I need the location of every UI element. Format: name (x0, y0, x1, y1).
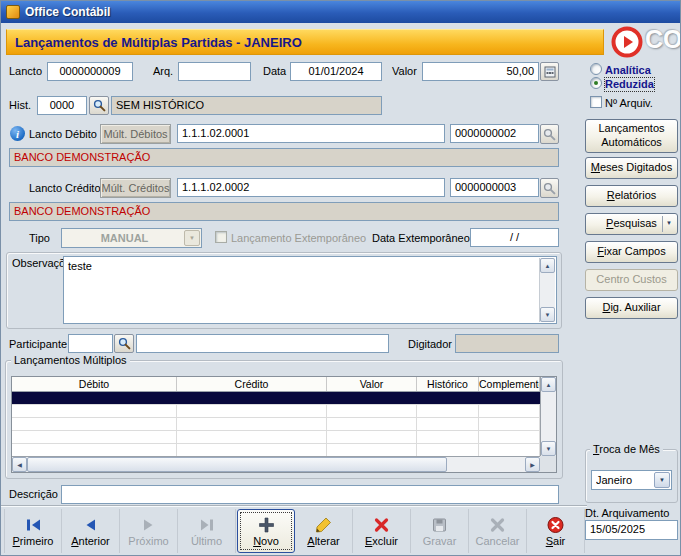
toolbar-button-alterar[interactable]: Alterar (295, 509, 353, 553)
arq-label: Arq. (153, 65, 173, 78)
radio-reduzida-label[interactable]: Reduzida (605, 78, 654, 91)
toolbar-button-label: Novo (253, 535, 279, 547)
magnifier-icon (543, 128, 556, 141)
toolbar-button-novo[interactable]: Novo (237, 509, 295, 553)
sidebar-button-label: Dig. Auxiliar (589, 301, 674, 315)
scroll-down-icon[interactable]: ▼ (541, 441, 556, 456)
form-title-banner: Lançamentos de Múltiplas Partidas - JANE… (6, 29, 604, 55)
scroll-up-icon[interactable]: ▲ (541, 377, 556, 392)
tipo-value: MANUAL (66, 229, 183, 247)
grid-header: Débito Crédito Valor Histórico Complemen… (12, 377, 540, 392)
grid-row[interactable] (12, 405, 540, 418)
lancto-label: Lancto (9, 65, 42, 78)
sidebar-button-centro-custos: Centro Custos (585, 269, 678, 291)
lancto-field[interactable]: 0000000009 (47, 62, 133, 81)
window-title: Office Contábil (25, 5, 110, 19)
last-record-icon (197, 516, 216, 534)
toolbar-button-gravar: Gravar (411, 509, 469, 553)
data-field[interactable]: 01/01/2024 (290, 62, 382, 81)
sidebar-button-relatorios[interactable]: Relatórios (585, 185, 678, 207)
valor-calc-button[interactable] (540, 62, 559, 81)
chevron-down-icon[interactable]: ▼ (654, 472, 670, 488)
mes-value: Janeiro (596, 471, 653, 489)
reduzido-debito-field[interactable]: 0000000002 (450, 124, 539, 143)
sidebar-button-fixar-campos[interactable]: Fixar Campos (585, 241, 678, 263)
chevron-down-icon[interactable]: ▼ (662, 216, 675, 232)
conta-debito-field[interactable]: 1.1.1.02.0001 (177, 124, 445, 143)
participante-label: Participante (9, 338, 67, 351)
sidebar-button-label: Lançamentos Automáticos (589, 122, 674, 150)
scrollbar-thumb[interactable] (27, 457, 447, 472)
valor-field[interactable]: 50,00 (422, 62, 539, 81)
grid-column-debito[interactable]: Débito (12, 377, 177, 391)
hist-code-field[interactable]: 0000 (37, 96, 87, 115)
sidebar-button-pesquisas[interactable]: Pesquisas▼ (585, 213, 678, 235)
tipo-combo: MANUAL ▼ (61, 228, 202, 248)
previous-record-icon (81, 516, 100, 534)
grid-column-complemento[interactable]: Complemento (479, 377, 540, 391)
n-arquiv-checkbox[interactable] (590, 96, 602, 108)
magnifier-icon (93, 99, 106, 112)
mult-debitos-button[interactable]: Múlt. Débitos (100, 124, 171, 144)
toolbar-button-excluir[interactable]: Excluir (353, 509, 411, 553)
toolbar-button-label: Cancelar (475, 535, 519, 547)
observacoes-scrollbar: ▲ ▼ (539, 258, 555, 322)
data-extemporaneo-field[interactable]: / / (470, 228, 559, 247)
valor-label: Valor (392, 65, 417, 78)
hist-descricao-field: SEM HISTÓRICO (111, 96, 382, 115)
data-label: Data (263, 65, 286, 78)
n-arquiv-label[interactable]: Nº Arquiv. (605, 97, 653, 110)
scroll-left-icon[interactable]: ◀ (12, 457, 27, 472)
participante-code-field[interactable] (68, 334, 113, 353)
participante-search-button[interactable] (114, 334, 134, 353)
mult-creditos-button[interactable]: Múlt. Créditos (100, 178, 171, 198)
scroll-up-icon[interactable]: ▲ (540, 258, 555, 273)
radio-analitica-label[interactable]: Analítica (605, 64, 651, 77)
mes-combo[interactable]: Janeiro ▼ (591, 470, 672, 490)
grid-column-credito[interactable]: Crédito (177, 377, 327, 391)
grid-column-historico[interactable]: Histórico (417, 377, 479, 391)
scroll-down-icon[interactable]: ▼ (540, 307, 555, 322)
toolbar-button-label: Sair (546, 535, 566, 547)
reduzido-credito-field[interactable]: 0000000003 (450, 178, 539, 197)
radio-analitica[interactable] (590, 63, 602, 75)
conta-credito-field[interactable]: 1.1.1.02.0002 (177, 178, 445, 197)
sidebar-button-meses-digitados[interactable]: Meses Digitados (585, 157, 678, 179)
participante-nome-field[interactable] (136, 334, 389, 353)
debito-search-button[interactable] (540, 124, 559, 144)
banco-debito-field: BANCO DEMONSTRAÇÃO (9, 148, 559, 167)
sidebar-button-lancamentos-automaticos[interactable]: Lançamentos Automáticos (585, 119, 678, 153)
play-button[interactable] (611, 26, 643, 58)
extemporaneo-label: Lançamento Extemporâneo (231, 232, 366, 245)
cancel-x-icon (488, 516, 507, 534)
grid-column-valor[interactable]: Valor (327, 377, 417, 391)
grid-row[interactable] (12, 444, 540, 456)
grid-row-selected[interactable] (12, 392, 540, 405)
digitador-label: Digitador (408, 338, 452, 351)
sidebar-button-dig-auxiliar[interactable]: Dig. Auxiliar (585, 297, 678, 319)
lancto-credito-label: Lancto Crédito (29, 182, 101, 195)
dt-arquivamento-field[interactable]: 15/05/2025 (585, 520, 678, 540)
scroll-right-icon[interactable]: ▶ (525, 457, 540, 472)
mult-creditos-label: Múlt. Créditos (102, 182, 170, 194)
info-icon: i (10, 126, 25, 141)
toolbar-button-cancelar: Cancelar (469, 509, 527, 553)
grid-row[interactable] (12, 418, 540, 431)
sidebar-button-label: Centro Custos (589, 273, 674, 287)
extemporaneo-checkbox (215, 231, 227, 243)
descricao-field[interactable] (61, 485, 559, 504)
grid-row[interactable] (12, 431, 540, 444)
radio-reduzida[interactable] (590, 77, 602, 89)
observacoes-textarea[interactable]: teste ▲ ▼ (63, 256, 557, 324)
first-record-icon (24, 516, 43, 534)
toolbar-button-label: Primeiro (13, 535, 54, 547)
toolbar-button-anterior[interactable]: Anterior (62, 509, 120, 553)
title-bar[interactable]: Office Contábil (1, 1, 680, 23)
toolbar-button-sair[interactable]: Sair (527, 509, 585, 553)
toolbar-button-primeiro[interactable]: Primeiro (4, 509, 62, 553)
hist-search-button[interactable] (89, 96, 109, 115)
sidebar-button-label: Meses Digitados (589, 161, 674, 175)
arq-field[interactable] (178, 62, 251, 81)
calculator-icon (544, 66, 556, 78)
credito-search-button[interactable] (540, 178, 559, 198)
